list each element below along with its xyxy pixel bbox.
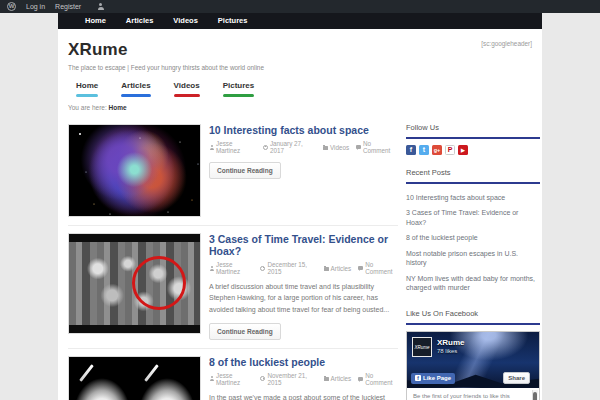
author-icon (209, 266, 214, 271)
post-title-link[interactable]: 3 Cases of Time Travel: Evidence or Hoax… (209, 233, 398, 257)
title-underline (406, 137, 540, 139)
post-item: 10 Interesting facts about space Jesse M… (68, 117, 398, 225)
nav-item-videos[interactable]: Videos (163, 13, 207, 29)
breadcrumb: You are here: Home (68, 104, 532, 111)
post-excerpt: In the past we've made a post about some… (209, 392, 398, 400)
recent-post-link[interactable]: 3 Cases of Time Travel: Evidence or Hoax… (406, 205, 540, 230)
underline-videos (174, 94, 200, 97)
title-underline (406, 182, 540, 184)
wp-admin-bar: W Log in Register (0, 0, 600, 13)
widget-title: Like Us On Facebook (406, 309, 540, 318)
recent-post-link[interactable]: 10 Interesting facts about space (406, 190, 540, 205)
xray-right (136, 359, 198, 400)
post-author[interactable]: Jesse Martinez (216, 140, 256, 154)
recent-post-link[interactable]: 8 of the luckiest people (406, 230, 540, 245)
category-icon (323, 146, 328, 150)
facebook-like-widget: Like Us On Facebook XRume XRume 78 likes… (406, 309, 540, 400)
recent-post-link[interactable]: NY Mom lives with dead baby for months, … (406, 271, 540, 296)
author-icon (209, 376, 214, 381)
breadcrumb-current[interactable]: Home (109, 104, 127, 111)
pinterest-icon[interactable]: P (445, 145, 455, 155)
page-container: Home Articles Videos Pictures XRume The … (58, 13, 542, 400)
facebook-cover-photo: XRume XRume 78 likes fLike Page Share (407, 332, 539, 388)
continue-reading-button[interactable]: Continue Reading (209, 162, 281, 179)
login-link[interactable]: Log in (26, 3, 45, 10)
secondary-nav: Home Articles Videos Pictures (68, 80, 532, 97)
category-icon (324, 377, 329, 381)
author-icon (209, 145, 214, 150)
facebook-page-plugin: XRume XRume 78 likes fLike Page Share Be… (406, 331, 540, 400)
widget-title: Follow Us (406, 123, 540, 132)
facebook-page-name[interactable]: XRume (437, 338, 465, 347)
site-tagline: The place to escape | Feed your hungry t… (68, 64, 532, 71)
post-date: December 15, 2015 (267, 261, 316, 275)
post-comments[interactable]: No Comment (365, 372, 398, 386)
widget-title: Recent Posts (406, 168, 540, 177)
continue-reading-button[interactable]: Continue Reading (209, 323, 281, 340)
register-link[interactable]: Register (55, 3, 81, 10)
facebook-page-logo[interactable]: XRume (412, 337, 432, 357)
site-header: XRume The place to escape | Feed your hu… (58, 29, 542, 71)
underline-pictures (223, 94, 255, 97)
sidebar: Follow Us f t g+ P ▶ Recent Posts 10 Int… (406, 117, 540, 400)
post-category[interactable]: Videos (330, 144, 349, 151)
underline-home (76, 94, 98, 97)
site-title[interactable]: XRume (68, 40, 532, 60)
post-category[interactable]: Articles (331, 375, 352, 382)
post-author[interactable]: Jesse Martinez (216, 372, 253, 386)
post-author[interactable]: Jesse Martinez (216, 261, 253, 275)
underline-articles (121, 94, 150, 97)
facebook-f-icon: f (415, 375, 421, 381)
scrollbar-thumb[interactable] (533, 392, 537, 400)
post-thumbnail-nebula[interactable] (68, 124, 201, 217)
post-comments[interactable]: No Comment (363, 140, 398, 154)
facebook-share-button[interactable]: Share (503, 372, 530, 384)
post-title-link[interactable]: 8 of the luckiest people (209, 356, 398, 368)
date-icon (260, 266, 265, 271)
header-shortcode-text: [sc:googleheader] (481, 40, 532, 47)
facebook-likes-count: 78 likes (437, 348, 457, 354)
subnav-item-videos[interactable]: Videos (166, 80, 208, 97)
date-icon (260, 376, 265, 381)
youtube-icon[interactable]: ▶ (458, 145, 468, 155)
facebook-icon[interactable]: f (406, 145, 416, 155)
comments-icon (358, 377, 363, 381)
post-date: November 21, 2015 (267, 372, 316, 386)
recent-posts-widget: Recent Posts 10 Interesting facts about … (406, 168, 540, 296)
facebook-widget-scrollbar[interactable] (532, 390, 538, 400)
nav-item-home[interactable]: Home (75, 13, 116, 29)
follow-us-widget: Follow Us f t g+ P ▶ (406, 123, 540, 155)
posts-column: 10 Interesting facts about space Jesse M… (68, 117, 398, 400)
xray-left (71, 359, 133, 400)
post-thumbnail-crowd-red-circle[interactable] (68, 233, 201, 334)
facebook-like-page-button[interactable]: fLike Page (411, 373, 455, 384)
comments-icon (358, 266, 363, 270)
post-item: 8 of the luckiest people Jesse Martinez … (68, 348, 398, 400)
main-navbar: Home Articles Videos Pictures (58, 13, 542, 29)
post-category[interactable]: Articles (331, 265, 352, 272)
content-area: 10 Interesting facts about space Jesse M… (58, 117, 542, 400)
nav-item-pictures[interactable]: Pictures (208, 13, 258, 29)
title-underline (406, 323, 540, 325)
subnav-item-pictures[interactable]: Pictures (215, 80, 263, 97)
comments-icon (356, 145, 361, 149)
wordpress-logo-icon[interactable]: W (7, 2, 16, 11)
post-excerpt: A brief discussion about time travel and… (209, 281, 398, 315)
user-icon[interactable] (97, 3, 104, 10)
post-comments[interactable]: No Comment (365, 261, 398, 275)
category-icon (324, 267, 329, 271)
post-title-link[interactable]: 10 Interesting facts about space (209, 124, 398, 136)
twitter-icon[interactable]: t (419, 145, 429, 155)
nav-item-articles[interactable]: Articles (116, 13, 164, 29)
post-thumbnail-skull-xray[interactable] (68, 356, 201, 400)
recent-post-link[interactable]: Most notable prison escapes in U.S. hist… (406, 246, 540, 271)
post-item: 3 Cases of Time Travel: Evidence or Hoax… (68, 225, 398, 348)
googleplus-icon[interactable]: g+ (432, 145, 442, 155)
post-date: January 27, 2017 (270, 140, 316, 154)
date-icon (263, 145, 268, 150)
subnav-item-articles[interactable]: Articles (113, 80, 158, 97)
subnav-item-home[interactable]: Home (68, 80, 106, 97)
facebook-invite-text: Be the first of your friends to like thi… (413, 393, 533, 399)
